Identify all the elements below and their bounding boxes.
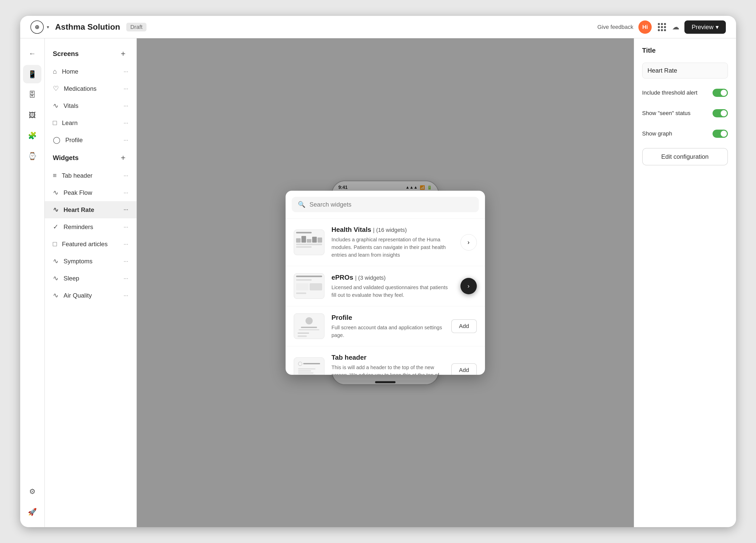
search-box: 🔍: [292, 197, 479, 212]
rocket-icon[interactable]: 🚀: [23, 503, 41, 521]
sidebar-label-vitals: Vitals: [64, 102, 119, 109]
widget-picker-modal: 🔍: [286, 191, 485, 375]
sidebar-label-peak-flow: Peak Flow: [64, 189, 119, 196]
show-graph-label: Show graph: [642, 130, 672, 137]
user-avatar[interactable]: Hi: [638, 20, 652, 34]
reminders-icon: ✓: [53, 223, 59, 231]
tab-header-thumb: [294, 357, 324, 375]
reminders-dots-icon[interactable]: ···: [123, 224, 128, 230]
preview-button[interactable]: Preview ▾: [684, 20, 726, 34]
sidebar-item-vitals[interactable]: ∿ Vitals ···: [45, 97, 137, 114]
screens-icon[interactable]: 📱: [23, 65, 41, 83]
threshold-toggle[interactable]: [713, 89, 728, 97]
sidebar: Screens + ⌂ Home ··· ♡ Medications ··· ∿…: [45, 38, 137, 527]
health-vitals-action: ›: [460, 234, 477, 251]
profile-action: Add: [451, 319, 477, 333]
peak-flow-dots-icon[interactable]: ···: [123, 189, 128, 196]
screens-section-header: Screens +: [45, 44, 137, 63]
tab-header-add-button[interactable]: Add: [451, 363, 477, 375]
profile-icon: ◯: [53, 136, 60, 144]
sidebar-item-learn[interactable]: □ Learn ···: [45, 114, 137, 131]
gear-icon[interactable]: ⚙: [23, 482, 41, 501]
widget-item-health-vitals: Health Vitals | (16 widgets) Includes a …: [286, 219, 485, 266]
sidebar-item-medications[interactable]: ♡ Medications ···: [45, 80, 137, 97]
right-panel-title: Title: [642, 47, 728, 54]
modal-overlay: 🔍: [137, 38, 634, 527]
show-graph-toggle[interactable]: [713, 130, 728, 138]
epros-desc: Licensed and validated questionnaires th…: [332, 284, 453, 299]
sidebar-label-featured-articles: Featured articles: [62, 241, 118, 248]
profile-widget-title: Profile: [332, 314, 444, 322]
feedback-button[interactable]: Give feedback: [597, 24, 634, 30]
tab-header-dots-icon[interactable]: ···: [123, 172, 128, 179]
sidebar-item-home[interactable]: ⌂ Home ···: [45, 63, 137, 80]
database-icon[interactable]: 🗄: [23, 85, 41, 104]
featured-articles-icon: □: [53, 240, 57, 248]
vitals-dots-icon[interactable]: ···: [123, 103, 128, 109]
puzzle-icon[interactable]: 🧩: [23, 126, 41, 145]
vitals-icon: ∿: [53, 102, 59, 110]
symptoms-dots-icon[interactable]: ···: [123, 258, 128, 265]
draft-badge: Draft: [126, 23, 147, 31]
home-dots-icon[interactable]: ···: [123, 68, 128, 75]
epros-action: ›: [460, 278, 477, 294]
sleep-icon: ∿: [53, 274, 59, 282]
sidebar-item-air-quality[interactable]: ∿ Air Quality ···: [45, 287, 137, 304]
air-quality-icon: ∿: [53, 291, 59, 299]
sidebar-item-profile[interactable]: ◯ Profile ···: [45, 131, 137, 149]
seen-status-toggle[interactable]: [713, 109, 728, 117]
top-bar-actions: Give feedback Hi ☁ Preview ▾: [597, 20, 726, 34]
search-icon: 🔍: [298, 201, 306, 208]
config-row-seen-status: Show "seen" status: [642, 107, 728, 119]
sidebar-item-tab-header[interactable]: ≡ Tab header ···: [45, 167, 137, 184]
health-vitals-chevron-button[interactable]: ›: [460, 234, 477, 251]
logo-area: ⊕ ▾: [30, 20, 49, 34]
add-widget-button[interactable]: +: [118, 153, 128, 163]
add-screen-button[interactable]: +: [118, 49, 128, 59]
sidebar-item-peak-flow[interactable]: ∿ Peak Flow ···: [45, 184, 137, 201]
profile-dots-icon[interactable]: ···: [123, 137, 128, 143]
sidebar-label-reminders: Reminders: [64, 223, 119, 231]
sleep-dots-icon[interactable]: ···: [123, 275, 128, 282]
symptoms-icon: ∿: [53, 257, 59, 265]
logo-icon: ⊕: [30, 20, 44, 34]
health-vitals-title: Health Vitals | (16 widgets): [332, 226, 453, 234]
image-icon[interactable]: 🖼: [23, 106, 41, 124]
learn-dots-icon[interactable]: ···: [123, 120, 128, 126]
profile-info: Profile Full screen account data and app…: [332, 314, 444, 339]
profile-add-button[interactable]: Add: [451, 319, 477, 333]
watch-icon[interactable]: ⌚: [23, 147, 41, 165]
thumb-avatar-icon: [306, 317, 313, 324]
epros-info: ePROs | (3 widgets) Licensed and validat…: [332, 274, 453, 299]
logo-chevron-icon[interactable]: ▾: [47, 24, 49, 30]
widget-item-profile: Profile Full screen account data and app…: [286, 306, 485, 346]
sidebar-item-reminders[interactable]: ✓ Reminders ···: [45, 218, 137, 235]
heart-rate-dots-icon[interactable]: ···: [123, 207, 128, 213]
search-input[interactable]: [310, 201, 473, 208]
icon-bar: ← 📱 🗄 🖼 🧩 ⌚ ⚙ 🚀: [20, 38, 45, 527]
config-row-show-graph: Show graph: [642, 128, 728, 140]
sidebar-label-medications: Medications: [64, 85, 119, 92]
air-quality-dots-icon[interactable]: ···: [123, 292, 128, 299]
back-button[interactable]: ←: [23, 44, 41, 63]
sidebar-item-symptoms[interactable]: ∿ Symptoms ···: [45, 253, 137, 270]
sidebar-item-sleep[interactable]: ∿ Sleep ···: [45, 270, 137, 287]
widget-item-tab-header: Tab header This is will add a header to …: [286, 346, 485, 375]
sidebar-label-tab-header: Tab header: [62, 172, 118, 179]
health-vitals-info: Health Vitals | (16 widgets) Includes a …: [332, 226, 453, 259]
edit-config-button[interactable]: Edit configuration: [642, 148, 728, 165]
sidebar-item-featured-articles[interactable]: □ Featured articles ···: [45, 235, 137, 253]
sidebar-item-heart-rate[interactable]: ∿ Heart Rate ···: [45, 201, 137, 218]
apps-grid-icon[interactable]: [657, 22, 667, 32]
medications-dots-icon[interactable]: ···: [123, 85, 128, 92]
sidebar-label-air-quality: Air Quality: [64, 292, 119, 299]
tab-header-icon: ≡: [53, 172, 57, 179]
profile-thumb: [294, 313, 324, 339]
epros-thumb: [294, 273, 324, 299]
tab-header-widget-desc: This is will add a header to the top of …: [332, 364, 444, 375]
featured-articles-dots-icon[interactable]: ···: [123, 241, 128, 247]
top-bar: ⊕ ▾ Asthma Solution Draft Give feedback …: [20, 16, 736, 38]
title-input[interactable]: [642, 63, 728, 78]
epros-chevron-button[interactable]: ›: [460, 278, 477, 294]
sidebar-label-home: Home: [62, 68, 118, 75]
